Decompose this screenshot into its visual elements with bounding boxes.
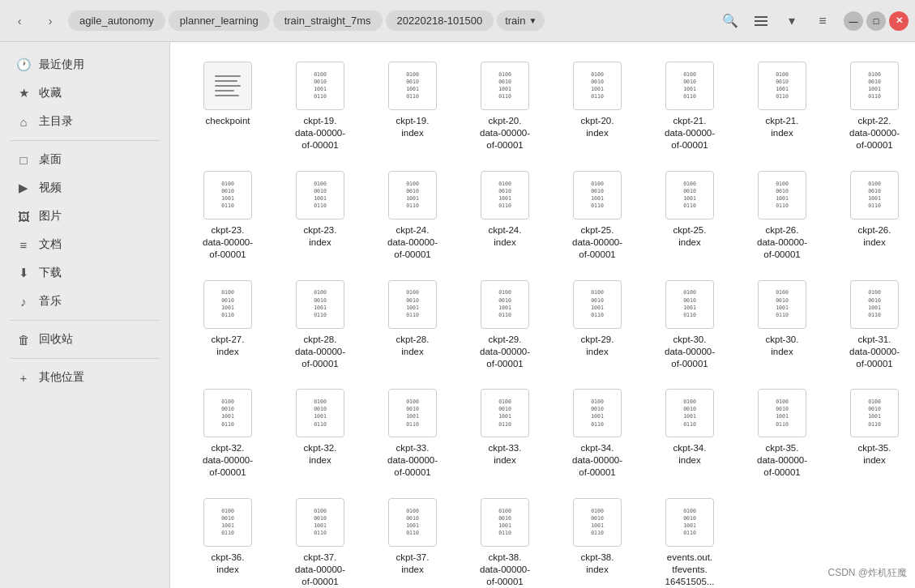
file-name: ckpt-31.data-00000-of-00001 [849, 334, 900, 370]
file-name: ckpt-21.index [766, 115, 799, 139]
close-button[interactable]: ✕ [889, 11, 909, 31]
file-item[interactable]: 0100001010010110 ckpt-22.data-00000-of-0… [830, 55, 915, 158]
svg-rect-2 [755, 24, 767, 26]
file-icon-binary: 0100001010010110 [758, 62, 806, 110]
file-icon-binary: 0100001010010110 [850, 62, 899, 110]
file-item[interactable]: 0100001010010110 ckpt-32.index [276, 382, 365, 485]
picture-icon: 🖼 [16, 210, 31, 224]
file-icon-binary: 0100001010010110 [573, 171, 622, 219]
file-item[interactable]: 0100001010010110 ckpt-35.index [830, 382, 915, 485]
file-item[interactable]: 0100001010010110 ckpt-34.data-00000-of-0… [553, 382, 642, 485]
menu-button[interactable]: ≡ [810, 8, 836, 34]
file-icon-binary: 0100001010010110 [388, 498, 437, 547]
file-item[interactable]: 0100001010010110 ckpt-24.data-00000-of-0… [368, 164, 457, 267]
file-icon-binary: 0100001010010110 [665, 280, 714, 329]
file-name: ckpt-28.data-00000-of-00001 [295, 334, 345, 370]
file-item[interactable]: 0100001010010110 ckpt-33.index [460, 382, 549, 485]
file-item[interactable]: 0100001010010110 ckpt-27.index [183, 274, 272, 377]
file-item[interactable]: checkpoint [183, 55, 272, 158]
file-icon-binary: 0100001010010110 [758, 171, 806, 219]
sidebar-item-documents[interactable]: ≡ 文档 [3, 231, 166, 258]
download-icon: ⬇ [16, 266, 31, 280]
file-item[interactable]: 0100001010010110 ckpt-24.index [460, 164, 549, 267]
forward-button[interactable]: › [37, 8, 63, 34]
file-name: ckpt-23.data-00000-of-00001 [203, 224, 253, 261]
file-item[interactable]: 0100001010010110 ckpt-19.data-00000-of-0… [276, 55, 365, 158]
sidebar-item-other[interactable]: + 其他位置 [3, 364, 166, 391]
file-item[interactable]: 0100001010010110 ckpt-32.data-00000-of-0… [183, 382, 272, 485]
file-name: ckpt-26.data-00000-of-00001 [757, 224, 807, 261]
file-icon-binary: 0100001010010110 [665, 389, 714, 437]
file-name: ckpt-38.index [581, 552, 614, 576]
search-button[interactable]: 🔍 [717, 8, 743, 34]
back-button[interactable]: ‹ [6, 8, 32, 34]
file-icon-binary: 0100001010010110 [573, 389, 622, 437]
file-item[interactable]: 0100001010010110 ckpt-23.data-00000-of-0… [183, 164, 272, 267]
file-icon-binary: 0100001010010110 [573, 62, 622, 110]
file-item[interactable]: 0100001010010110 ckpt-30.data-00000-of-0… [645, 274, 734, 377]
maximize-button[interactable]: □ [866, 11, 886, 31]
sidebar-item-music[interactable]: ♪ 音乐 [3, 288, 166, 315]
titlebar-actions: 🔍 ▾ ≡ [717, 8, 836, 34]
file-item[interactable]: 0100001010010110 ckpt-36.index [183, 492, 272, 588]
file-item[interactable]: 0100001010010110 ckpt-37.data-00000-of-0… [276, 492, 365, 588]
file-item[interactable]: 0100001010010110 ckpt-29.data-00000-of-0… [460, 274, 549, 377]
file-name: ckpt-32.index [304, 442, 337, 467]
breadcrumb-planner-learning[interactable]: planner_learning [169, 11, 270, 31]
sidebar-divider-1 [10, 140, 160, 141]
sidebar-item-downloads[interactable]: ⬇ 下载 [3, 259, 166, 287]
file-item[interactable]: 0100001010010110 ckpt-38.data-00000-of-0… [460, 492, 549, 588]
file-item[interactable]: 0100001010010110 ckpt-28.data-00000-of-0… [276, 274, 365, 377]
sort-dropdown-button[interactable]: ▾ [779, 8, 805, 34]
file-item[interactable]: 0100001010010110 ckpt-38.index [553, 492, 642, 588]
file-item[interactable]: 0100001010010110 ckpt-26.index [830, 164, 915, 267]
file-item[interactable]: 0100001010010110 ckpt-31.data-00000-of-0… [830, 274, 915, 377]
file-name: ckpt-24.data-00000-of-00001 [387, 224, 438, 261]
file-name: ckpt-34.index [673, 442, 707, 467]
sidebar-item-video[interactable]: ▶ 视频 [3, 174, 166, 202]
minimize-button[interactable]: — [844, 11, 863, 31]
sidebar-item-pictures[interactable]: 🖼 图片 [3, 202, 166, 230]
file-item[interactable]: 0100001010010110 ckpt-33.data-00000-of-0… [368, 382, 457, 485]
file-item[interactable]: 0100001010010110 ckpt-37.index [368, 492, 457, 588]
file-name: ckpt-20.data-00000-of-00001 [480, 115, 530, 151]
file-name: events.out.tfevents.16451505... [665, 552, 715, 588]
sidebar-item-favorites[interactable]: ★ 收藏 [3, 79, 166, 107]
sidebar-item-trash[interactable]: 🗑 回收站 [3, 326, 166, 353]
file-item[interactable]: 0100001010010110 ckpt-21.data-00000-of-0… [645, 55, 734, 158]
file-icon-binary: 0100001010010110 [203, 171, 252, 219]
file-item[interactable]: 0100001010010110 ckpt-20.data-00000-of-0… [460, 55, 549, 158]
file-item[interactable]: 0100001010010110 ckpt-28.index [368, 274, 457, 377]
file-item[interactable]: 0100001010010110 ckpt-35.data-00000-of-0… [738, 382, 827, 485]
sidebar-item-home[interactable]: ⌂ 主目录 [3, 108, 166, 135]
file-name: ckpt-38.data-00000-of-00001 [480, 552, 530, 588]
breadcrumb-agile-autonomy[interactable]: agile_autonomy [68, 11, 165, 31]
sidebar-item-recent[interactable]: 🕐 最近使用 [3, 51, 166, 79]
file-icon-binary: 0100001010010110 [481, 280, 529, 329]
file-icon-binary: 0100001010010110 [481, 171, 529, 219]
breadcrumb-train-straight[interactable]: train_straight_7ms [273, 11, 383, 31]
file-item[interactable]: 0100001010010110 ckpt-34.index [645, 382, 734, 485]
file-item[interactable]: 0100001010010110 ckpt-25.index [645, 164, 734, 267]
file-name: ckpt-37.index [396, 552, 430, 576]
breadcrumb-date[interactable]: 20220218-101500 [386, 11, 494, 31]
file-icon-binary: 0100001010010110 [203, 389, 252, 437]
file-icon-binary: 0100001010010110 [296, 171, 344, 219]
file-item[interactable]: 0100001010010110 events.out.tfevents.164… [645, 492, 734, 588]
sidebar-item-label-desktop: 桌面 [39, 152, 62, 167]
view-list-button[interactable] [748, 8, 774, 34]
file-item[interactable]: 0100001010010110 ckpt-21.index [738, 55, 827, 158]
svg-rect-0 [755, 16, 767, 18]
file-item[interactable]: 0100001010010110 ckpt-29.index [553, 274, 642, 377]
file-item[interactable]: 0100001010010110 ckpt-25.data-00000-of-0… [553, 164, 642, 267]
file-item[interactable]: 0100001010010110 ckpt-19.index [368, 55, 457, 158]
file-item[interactable]: 0100001010010110 ckpt-20.index [553, 55, 642, 158]
breadcrumb-train-dropdown[interactable]: train ▼ [497, 11, 545, 31]
file-item[interactable]: 0100001010010110 ckpt-26.data-00000-of-0… [738, 164, 827, 267]
sidebar-item-desktop[interactable]: □ 桌面 [3, 146, 166, 173]
file-name: ckpt-29.index [581, 334, 614, 358]
file-name: ckpt-28.index [396, 334, 430, 358]
sidebar-item-label-other: 其他位置 [39, 370, 84, 385]
file-item[interactable]: 0100001010010110 ckpt-23.index [276, 164, 365, 267]
file-item[interactable]: 0100001010010110 ckpt-30.index [738, 274, 827, 377]
